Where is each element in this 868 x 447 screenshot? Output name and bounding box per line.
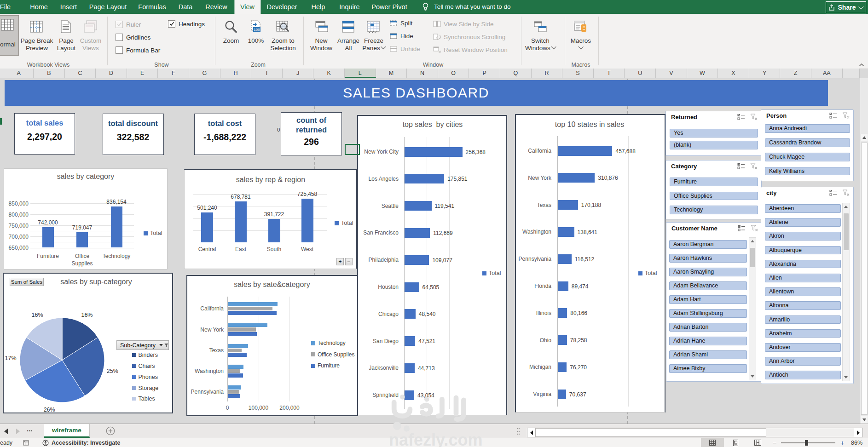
share-button[interactable]: Share — [826, 1, 866, 13]
pivot-collapse-button[interactable]: − — [345, 258, 353, 265]
zoom-percentage[interactable]: 86% — [851, 440, 862, 446]
column-header-M[interactable]: M — [376, 69, 407, 78]
checkbox-ruler-box[interactable] — [116, 21, 123, 28]
column-header-O[interactable]: O — [438, 69, 469, 78]
slicer-item-allentown[interactable]: Allentown — [765, 287, 841, 296]
horizontal-scrollbar[interactable] — [527, 428, 863, 437]
column-header-Z[interactable]: Z — [780, 69, 811, 78]
view-normal-button[interactable] — [701, 438, 724, 447]
slicer-item-furniture[interactable]: Furniture — [670, 178, 758, 186]
zoom-in-button[interactable]: + — [840, 439, 844, 447]
column-header-F[interactable]: F — [158, 69, 189, 78]
ribbon-tab-review[interactable]: Review — [199, 0, 233, 14]
slicer-item-altoona[interactable]: Altoona — [765, 301, 841, 310]
column-header-U[interactable]: U — [625, 69, 656, 78]
ribbon-tab-power-pivot[interactable]: Power Pivot — [365, 0, 413, 14]
checkbox-ruler[interactable]: Ruler — [116, 21, 141, 28]
slicer-item-kelly-williams[interactable]: Kelly Williams — [765, 167, 850, 176]
slicer-item--blank-[interactable]: (blank) — [670, 141, 758, 149]
column-header-J[interactable]: J — [283, 69, 314, 78]
column-header-R[interactable]: R — [532, 69, 563, 78]
sheet-tab-ellipsis[interactable]: ... — [27, 425, 33, 433]
slicer-item-aaron-hawkins[interactable]: Aaron Hawkins — [669, 254, 747, 263]
checkbox-headings-box[interactable] — [168, 20, 175, 28]
sheet-tab-wireframe[interactable]: wireframe — [44, 424, 90, 438]
column-header-H[interactable]: H — [220, 69, 252, 78]
ribbon-tab-view[interactable]: View — [234, 0, 260, 14]
ribbon-tab-home[interactable]: Home — [24, 0, 54, 14]
vscroll-down-arrow[interactable] — [861, 416, 868, 424]
slicer-item-office-supplies[interactable]: Office Supplies — [670, 192, 758, 201]
view-side-by-side-button[interactable]: View Side by Side — [433, 20, 494, 28]
column-header-I[interactable]: I — [251, 69, 283, 78]
view-page-break-button[interactable] — [754, 440, 761, 447]
slicer-item-aaron-smayling[interactable]: Aaron Smayling — [669, 268, 747, 276]
slicer-item-ann-arbor[interactable]: Ann Arbor — [765, 357, 841, 366]
slicer-item-aimee-bixby[interactable]: Aimee Bixby — [669, 364, 747, 373]
slicer-item-anna-andreadi[interactable]: Anna Andreadi — [765, 124, 850, 133]
slicer-multiselect-icon[interactable] — [737, 163, 745, 170]
tell-me-box[interactable]: Tell me what you want to do — [422, 0, 511, 14]
column-header-K[interactable]: K — [313, 69, 345, 78]
slicer-multiselect-icon[interactable] — [737, 114, 745, 120]
column-header-L[interactable]: L — [345, 69, 376, 78]
slicer-item-adam-hart[interactable]: Adam Hart — [669, 295, 747, 304]
slicer-clear-filter-icon[interactable] — [842, 112, 850, 119]
zoom-slider-thumb[interactable] — [805, 440, 808, 446]
scroll-up-icon[interactable] — [751, 240, 754, 242]
column-header-partial[interactable] — [843, 69, 860, 78]
vertical-scrollbar[interactable] — [860, 78, 868, 424]
column-header-W[interactable]: W — [687, 69, 718, 78]
slicer-item-akron[interactable]: Akron — [765, 232, 841, 241]
ribbon-tab-file[interactable]: File — [0, 0, 17, 14]
slicer-item-adam-bellavance[interactable]: Adam Bellavance — [669, 281, 747, 290]
slicer-clear-filter-icon[interactable] — [842, 189, 850, 196]
scroll-down-icon[interactable] — [844, 376, 848, 378]
hscroll-right-arrow[interactable] — [854, 428, 862, 437]
ribbon-tab-inquire[interactable]: Inquire — [333, 0, 365, 14]
slicer-scrollbar[interactable] — [749, 237, 756, 380]
checkbox-formula-bar[interactable]: Formula Bar — [116, 46, 160, 54]
ribbon-tab-data[interactable]: Data — [173, 0, 199, 14]
column-header-P[interactable]: P — [469, 69, 500, 78]
checkbox-gridlines-box[interactable] — [116, 34, 123, 41]
slicer-multiselect-icon[interactable] — [738, 225, 746, 232]
column-header-C[interactable]: C — [65, 69, 96, 78]
slicer-item-chuck-magee[interactable]: Chuck Magee — [765, 153, 850, 161]
scroll-thumb[interactable] — [750, 248, 755, 267]
ribbon-collapse-button[interactable] — [859, 60, 865, 67]
slicer-item-technology[interactable]: Technology — [670, 206, 758, 214]
slicer-item-aberdeen[interactable]: Aberdeen — [765, 204, 841, 213]
hscroll-thumb[interactable] — [535, 428, 766, 437]
slicer-item-adrian-shami[interactable]: Adrian Shami — [669, 350, 747, 359]
checkbox-formula-bar-box[interactable] — [116, 46, 123, 54]
column-header-A[interactable]: A — [5, 69, 34, 78]
slicer-clear-filter-icon[interactable] — [751, 225, 758, 232]
custom-views-button[interactable]: CustomViews — [74, 16, 108, 66]
view-page-layout-button[interactable] — [732, 440, 739, 447]
column-header-V[interactable]: V — [656, 69, 687, 78]
slicer-item-yes[interactable]: Yes — [670, 129, 758, 138]
slicer-multiselect-icon[interactable] — [829, 112, 837, 119]
macro-record-icon[interactable] — [23, 440, 29, 447]
column-header-G[interactable]: G — [189, 69, 220, 78]
vscroll-up-arrow[interactable] — [861, 134, 868, 141]
unhide-button[interactable]: Unhide — [390, 45, 420, 53]
slicer-item-adrian-hane[interactable]: Adrian Hane — [669, 337, 747, 345]
column-header-Y[interactable]: Y — [749, 69, 781, 78]
normal-view-button[interactable]: ormal — [0, 15, 19, 56]
ribbon-tab-insert[interactable]: Insert — [54, 0, 83, 14]
column-header-E[interactable]: E — [127, 69, 158, 78]
pivot-expand-button[interactable]: + — [336, 258, 344, 265]
switch-windows-button[interactable]: SwitchWindows — [523, 16, 557, 66]
zoom-to-selection-button[interactable]: Zoom toSelection — [266, 16, 300, 66]
selected-cell[interactable] — [345, 144, 360, 155]
slicer-item-antioch[interactable]: Antioch — [765, 371, 841, 379]
next-sheet-button[interactable] — [16, 429, 20, 434]
column-header-S[interactable]: S — [562, 69, 594, 78]
synchronous-scrolling-button[interactable]: Synchronous Scrolling — [433, 33, 505, 41]
column-header-B[interactable]: B — [34, 69, 65, 78]
ribbon-tab-page-layout[interactable]: Page Layout — [83, 0, 133, 14]
slicer-item-adrian-barton[interactable]: Adrian Barton — [669, 323, 747, 332]
column-header-T[interactable]: T — [594, 69, 625, 78]
